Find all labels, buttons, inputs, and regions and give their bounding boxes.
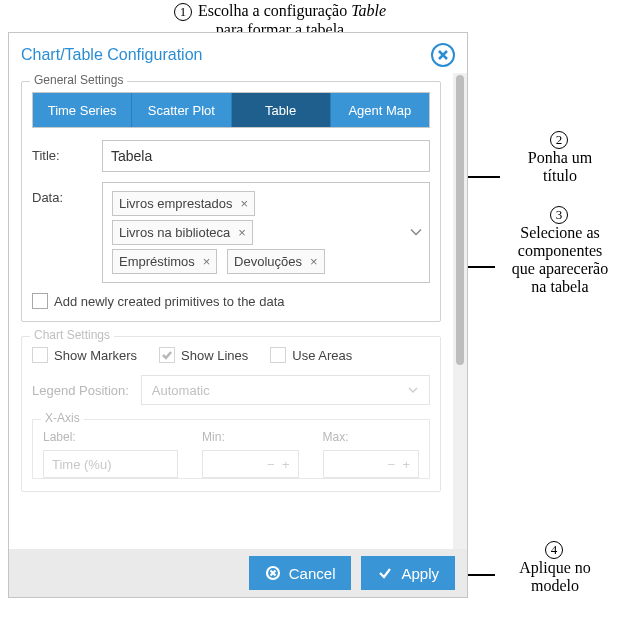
annotation-3-l1: Selecione as <box>520 224 600 241</box>
chart-settings-legend: Chart Settings <box>30 328 114 342</box>
tab-agent-map[interactable]: Agent Map <box>331 93 429 127</box>
add-primitives-row[interactable]: Add newly created primitives to the data <box>32 293 430 309</box>
add-primitives-label: Add newly created primitives to the data <box>54 294 285 309</box>
cancel-button[interactable]: Cancel <box>249 556 352 590</box>
remove-tag-icon[interactable]: × <box>240 196 248 211</box>
number-4-badge: 4 <box>545 541 563 559</box>
show-lines-checkbox <box>159 347 175 363</box>
cancel-icon <box>265 565 281 581</box>
annotation-3-l4: na tabela <box>531 278 588 295</box>
spinner-icon: − + <box>388 457 410 472</box>
cancel-label: Cancel <box>289 565 336 582</box>
dialog-content: General Settings Time Series Scatter Plo… <box>9 73 453 549</box>
general-settings-fieldset: General Settings Time Series Scatter Plo… <box>21 81 441 322</box>
data-label: Data: <box>32 182 102 205</box>
annotation-3-l3: que aparecerão <box>512 260 608 277</box>
annotation-3: 3 Selecione as componentes que aparecerã… <box>490 205 630 296</box>
x-axis-label-input: Time (%u) <box>43 450 178 478</box>
annotation-2-l1: Ponha um <box>528 149 592 166</box>
x-axis-min-input: − + <box>202 450 298 478</box>
scrollbar-thumb[interactable] <box>456 75 464 365</box>
display-type-tabs: Time Series Scatter Plot Table Agent Map <box>32 92 430 128</box>
title-row: Title: <box>32 140 430 172</box>
remove-tag-icon[interactable]: × <box>310 254 318 269</box>
dialog-header: Chart/Table Configuration <box>9 33 467 73</box>
tag-label: Livros emprestados <box>119 196 232 211</box>
apply-label: Apply <box>401 565 439 582</box>
annotation-2-l2: título <box>543 167 577 184</box>
annotation-4: 4 Aplique no modelo <box>490 540 620 595</box>
number-2-badge: 2 <box>550 131 568 149</box>
annotation-2: 2 Ponha um título <box>500 130 620 185</box>
scrollbar[interactable] <box>453 73 467 549</box>
tag-emprestimos[interactable]: Empréstimos× <box>112 249 217 274</box>
dialog-title: Chart/Table Configuration <box>21 46 202 64</box>
number-1-badge: 1 <box>174 3 192 21</box>
tab-table[interactable]: Table <box>232 93 331 127</box>
config-dialog: Chart/Table Configuration General Settin… <box>8 32 468 598</box>
apply-button[interactable]: Apply <box>361 556 455 590</box>
legend-position-label: Legend Position: <box>32 383 129 398</box>
tab-time-series[interactable]: Time Series <box>33 93 132 127</box>
check-icon <box>377 565 393 581</box>
use-areas-checkbox <box>270 347 286 363</box>
close-button[interactable] <box>431 43 455 67</box>
general-settings-legend: General Settings <box>30 73 127 87</box>
show-markers-option: Show Markers <box>32 347 137 363</box>
chart-options-row: Show Markers Show Lines Use Areas <box>32 347 430 363</box>
title-label: Title: <box>32 140 102 163</box>
chart-settings-fieldset: Chart Settings Show Markers Show Lines U… <box>21 336 441 492</box>
tag-label: Devoluções <box>234 254 302 269</box>
legend-position-row: Legend Position: Automatic <box>32 375 430 405</box>
tag-devolucoes[interactable]: Devoluções× <box>227 249 325 274</box>
annotation-1-em: Table <box>351 2 386 19</box>
tag-label: Livros na biblioteca <box>119 225 230 240</box>
close-icon <box>437 49 449 61</box>
legend-position-value: Automatic <box>152 383 210 398</box>
remove-tag-icon[interactable]: × <box>238 225 246 240</box>
dialog-body: General Settings Time Series Scatter Plo… <box>9 73 467 549</box>
annotation-1-pre: Escolha a configuração <box>198 2 347 19</box>
legend-position-select: Automatic <box>141 375 430 405</box>
x-axis-box: X-Axis Label: Time (%u) Min: − + Max: − <box>32 419 430 479</box>
number-3-badge: 3 <box>550 206 568 224</box>
annotation-4-l2: modelo <box>531 577 579 594</box>
tag-livros-biblioteca[interactable]: Livros na biblioteca× <box>112 220 253 245</box>
remove-tag-icon[interactable]: × <box>203 254 211 269</box>
chevron-down-icon <box>407 386 419 394</box>
x-axis-legend: X-Axis <box>41 411 84 425</box>
spinner-icon: − + <box>267 457 289 472</box>
chevron-down-icon[interactable] <box>409 225 423 240</box>
add-primitives-checkbox[interactable] <box>32 293 48 309</box>
x-axis-label-value: Time (%u) <box>52 457 111 472</box>
data-row: Data: Livros emprestados× Livros na bibl… <box>32 182 430 283</box>
use-areas-option: Use Areas <box>270 347 352 363</box>
use-areas-label: Use Areas <box>292 348 352 363</box>
x-axis-min-label: Min: <box>202 430 298 444</box>
tag-label: Empréstimos <box>119 254 195 269</box>
x-axis-max-label: Max: <box>323 430 419 444</box>
tab-scatter-plot[interactable]: Scatter Plot <box>132 93 231 127</box>
tag-livros-emprestados[interactable]: Livros emprestados× <box>112 191 255 216</box>
show-lines-label: Show Lines <box>181 348 248 363</box>
show-markers-checkbox <box>32 347 48 363</box>
annotation-4-l1: Aplique no <box>519 559 591 576</box>
title-input[interactable] <box>102 140 430 172</box>
show-lines-option: Show Lines <box>159 347 248 363</box>
x-axis-label-label: Label: <box>43 430 178 444</box>
x-axis-max-input: − + <box>323 450 419 478</box>
annotation-3-l2: componentes <box>518 242 602 259</box>
show-markers-label: Show Markers <box>54 348 137 363</box>
dialog-footer: Cancel Apply <box>9 549 467 597</box>
data-tags-box[interactable]: Livros emprestados× Livros na biblioteca… <box>102 182 430 283</box>
